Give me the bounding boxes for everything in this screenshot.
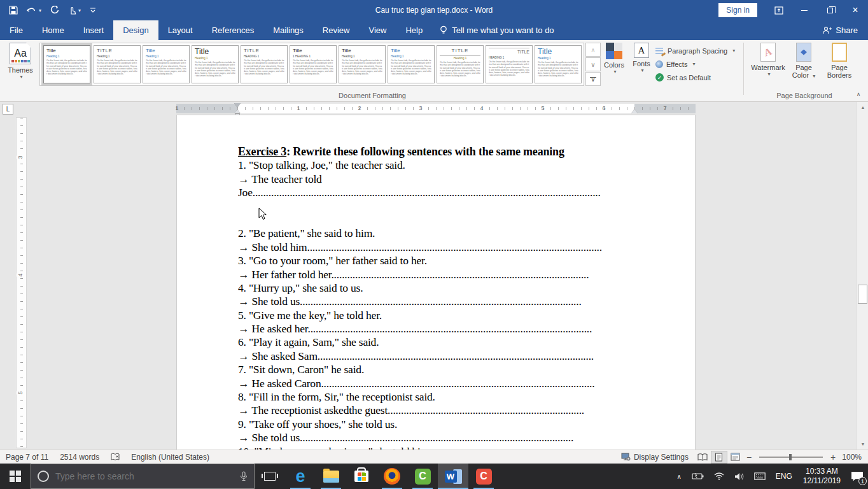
- touch-keyboard-icon[interactable]: [749, 464, 771, 489]
- document-line: Joe.....................................…: [238, 186, 635, 199]
- display-settings-button[interactable]: Display Settings: [615, 453, 694, 462]
- clock[interactable]: 10:33 AM 12/11/2019: [797, 464, 846, 489]
- scroll-up-icon[interactable]: ▲: [857, 102, 868, 113]
- wifi-icon[interactable]: [709, 464, 729, 489]
- customize-qat-icon[interactable]: [90, 7, 96, 13]
- restore-button[interactable]: [817, 0, 843, 20]
- style-set-thumbnail[interactable]: TitleHeading 1On the Insert tab, the gal…: [143, 45, 190, 83]
- style-set-thumbnail[interactable]: TitleHeading 1On the Insert tab, the gal…: [535, 45, 582, 83]
- minimize-button[interactable]: [792, 0, 817, 20]
- gallery-scroll-down-icon[interactable]: ∨: [585, 57, 601, 71]
- gallery-scroll-up-icon[interactable]: ∧: [585, 43, 601, 57]
- read-mode-button[interactable]: [694, 451, 711, 464]
- zoom-in-button[interactable]: +: [828, 452, 838, 462]
- action-center-button[interactable]: 1: [846, 464, 868, 489]
- taskbar-search-box[interactable]: [31, 464, 255, 489]
- touch-mode-caret[interactable]: ▾: [78, 8, 81, 13]
- fonts-button[interactable]: A Fonts ▾: [629, 43, 654, 96]
- style-set-thumbnail[interactable]: TitleHeading 1On the Insert tab, the gal…: [339, 45, 386, 83]
- themes-button[interactable]: Aa Themes ▾: [4, 43, 37, 96]
- tab-home[interactable]: Home: [32, 20, 74, 40]
- style-set-thumbnail[interactable]: TITLEHEADING 1On the Insert tab, the gal…: [486, 45, 533, 83]
- vertical-scrollbar[interactable]: ▲ ▼: [857, 102, 868, 450]
- taskbar-app-store[interactable]: [346, 464, 377, 489]
- page-number-status[interactable]: Page 7 of 11: [0, 453, 54, 462]
- scroll-down-icon[interactable]: ▼: [857, 439, 868, 450]
- tab-insert[interactable]: Insert: [74, 20, 114, 40]
- tell-me-box[interactable]: Tell me what you want to do: [432, 20, 561, 40]
- save-icon[interactable]: [9, 6, 18, 15]
- taskbar-app-edge[interactable]: e: [285, 464, 316, 489]
- print-layout-button[interactable]: [711, 451, 727, 464]
- ribbon-display-options-icon[interactable]: [766, 0, 792, 20]
- zoom-level[interactable]: 100%: [838, 453, 868, 462]
- style-set-thumbnail[interactable]: TITLEHEADING 1On the Insert tab, the gal…: [241, 45, 288, 83]
- undo-icon[interactable]: ▾: [27, 6, 41, 15]
- proofing-status-icon[interactable]: [105, 453, 125, 462]
- sign-in-button[interactable]: Sign in: [718, 3, 757, 17]
- style-set-thumbnail[interactable]: TitleHeading 1On the Insert tab, the gal…: [388, 45, 435, 83]
- share-button[interactable]: Share: [822, 20, 868, 40]
- close-button[interactable]: ×: [843, 0, 868, 20]
- tray-chevron-icon[interactable]: ∧: [671, 464, 686, 489]
- ruler-number: 4: [478, 104, 485, 113]
- document-line: → He asked Caron........................…: [238, 377, 635, 390]
- zoom-slider-thumb[interactable]: [789, 454, 792, 460]
- collapse-ribbon-icon[interactable]: ∧: [853, 90, 864, 99]
- vertical-ruler[interactable]: 345: [16, 117, 27, 448]
- tab-stop-selector[interactable]: L: [3, 104, 13, 115]
- tab-layout[interactable]: Layout: [158, 20, 202, 40]
- microphone-icon[interactable]: [240, 471, 248, 481]
- ruler-number: 1: [295, 104, 302, 113]
- style-set-thumbnail[interactable]: Title1 HEADING 1On the Insert tab, the g…: [290, 45, 337, 83]
- word-count-status[interactable]: 2514 words: [54, 453, 105, 462]
- watermark-button[interactable]: A Watermark ▾: [750, 43, 787, 96]
- taskbar-app-recorder[interactable]: C: [468, 464, 499, 489]
- taskbar-app-word[interactable]: W: [438, 464, 468, 489]
- style-set-thumbnail[interactable]: TITLEHeading 1On the Insert tab, the gal…: [94, 45, 141, 83]
- style-set-thumbnail[interactable]: TitleHeading 1On the Insert tab, the gal…: [192, 45, 239, 83]
- checkmark-icon: ✓: [655, 73, 664, 82]
- gallery-more-icon[interactable]: ∨: [585, 72, 601, 86]
- page-borders-button[interactable]: PageBorders: [821, 43, 858, 96]
- tab-view[interactable]: View: [359, 20, 396, 40]
- redo-icon[interactable]: [50, 6, 59, 15]
- taskbar-app-camtasia[interactable]: C: [407, 464, 438, 489]
- paragraph-spacing-button[interactable]: Paragraph Spacing▾: [655, 44, 735, 57]
- start-button[interactable]: [0, 464, 31, 489]
- style-set-thumbnail[interactable]: TitleHeading 1On the Insert tab, the gal…: [43, 45, 90, 83]
- colors-label: Colors: [604, 61, 624, 69]
- taskbar-app-firefox[interactable]: [377, 464, 407, 489]
- zoom-out-button[interactable]: −: [744, 452, 754, 462]
- tab-mailings[interactable]: Mailings: [263, 20, 313, 40]
- search-input[interactable]: [55, 471, 234, 481]
- style-set-thumbnail[interactable]: TITLEHeading 1On the Insert tab, the gal…: [437, 45, 484, 83]
- first-line-indent-marker[interactable]: [234, 103, 241, 108]
- tab-help[interactable]: Help: [396, 20, 432, 40]
- effects-button[interactable]: Effects▾: [655, 57, 735, 71]
- set-as-default-button[interactable]: ✓ Set as Default: [655, 71, 735, 84]
- tab-review[interactable]: Review: [313, 20, 360, 40]
- task-view-button[interactable]: [255, 464, 285, 489]
- touch-mode-icon[interactable]: ▾: [68, 6, 81, 15]
- speaker-icon[interactable]: [729, 464, 749, 489]
- battery-icon[interactable]: [687, 464, 709, 489]
- language-status[interactable]: English (United States): [125, 453, 215, 462]
- ruler-number: 1: [173, 104, 180, 113]
- right-indent-marker[interactable]: [631, 109, 638, 113]
- page-color-button[interactable]: PageColor ▾: [788, 43, 820, 96]
- document-page[interactable]: Exercise 3: Rewrite these following sent…: [176, 115, 696, 450]
- zoom-slider[interactable]: [759, 457, 823, 458]
- language-indicator[interactable]: ENG: [771, 464, 797, 489]
- tab-design[interactable]: Design: [113, 20, 158, 40]
- horizontal-ruler[interactable]: 11234567: [176, 104, 696, 113]
- document-line: [238, 200, 635, 213]
- colors-button[interactable]: Colors ▾: [601, 43, 627, 96]
- word-icon: W: [445, 469, 462, 485]
- taskbar-app-file-explorer[interactable]: [316, 464, 346, 489]
- web-layout-button[interactable]: [727, 451, 744, 464]
- tab-references[interactable]: References: [202, 20, 263, 40]
- scrollbar-thumb[interactable]: [858, 285, 867, 304]
- tab-file[interactable]: File: [0, 20, 32, 40]
- undo-dropdown-caret[interactable]: ▾: [39, 8, 41, 13]
